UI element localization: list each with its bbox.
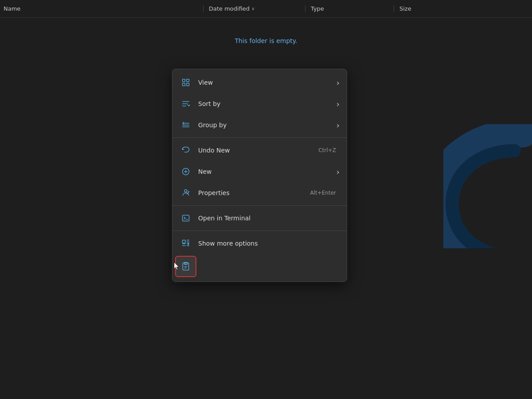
new-icon <box>180 165 192 178</box>
divider-3 <box>172 231 347 231</box>
view-icon <box>180 76 192 89</box>
svg-rect-11 <box>183 215 189 221</box>
column-date-label: Date modified <box>209 5 250 12</box>
sort-arrow-icon: ∨ <box>251 6 254 11</box>
undo-label: Undo New <box>198 147 318 154</box>
sort-icon <box>180 98 192 110</box>
group-icon <box>180 119 192 131</box>
svg-rect-15 <box>184 262 188 264</box>
column-type[interactable]: Type <box>305 5 394 12</box>
svg-rect-1 <box>187 79 189 82</box>
menu-item-view[interactable]: View <box>172 72 347 93</box>
terminal-label: Open in Terminal <box>198 215 340 222</box>
properties-label: Properties <box>198 189 310 196</box>
svg-rect-0 <box>183 79 185 82</box>
menu-item-properties[interactable]: Properties Alt+Enter <box>172 182 347 203</box>
file-header: Name Date modified ∨ Type Size <box>0 0 532 18</box>
view-label: View <box>198 79 340 86</box>
svg-rect-3 <box>187 83 189 86</box>
svg-rect-2 <box>183 83 185 86</box>
svg-rect-13 <box>183 240 186 243</box>
properties-shortcut: Alt+Enter <box>310 190 336 196</box>
paste-button[interactable] <box>175 256 196 277</box>
menu-item-group[interactable]: Group by <box>172 114 347 136</box>
column-name[interactable]: Name <box>4 5 203 12</box>
undo-shortcut: Ctrl+Z <box>318 147 336 153</box>
column-size-label: Size <box>399 5 411 12</box>
new-label: New <box>198 168 340 175</box>
column-type-label: Type <box>311 5 324 12</box>
properties-icon <box>180 187 192 199</box>
column-size[interactable]: Size <box>394 5 451 12</box>
column-name-label: Name <box>4 5 20 12</box>
more-label: Show more options <box>198 240 340 247</box>
paste-area <box>172 254 347 279</box>
empty-folder-text: This folder is empty. <box>0 37 532 44</box>
menu-item-new[interactable]: New <box>172 161 347 182</box>
divider-2 <box>172 205 347 206</box>
divider-1 <box>172 137 347 138</box>
group-label: Group by <box>198 121 340 129</box>
menu-item-more[interactable]: Show more options <box>172 233 347 254</box>
menu-item-sort[interactable]: Sort by <box>172 93 347 114</box>
sort-label: Sort by <box>198 100 340 107</box>
column-date[interactable]: Date modified ∨ <box>203 5 305 12</box>
menu-item-terminal[interactable]: Open in Terminal <box>172 207 347 229</box>
menu-item-undo[interactable]: Undo New Ctrl+Z <box>172 140 347 161</box>
undo-icon <box>180 144 192 156</box>
terminal-icon <box>180 212 192 224</box>
context-menu: View Sort by Group by <box>172 69 347 282</box>
more-icon <box>180 237 192 250</box>
